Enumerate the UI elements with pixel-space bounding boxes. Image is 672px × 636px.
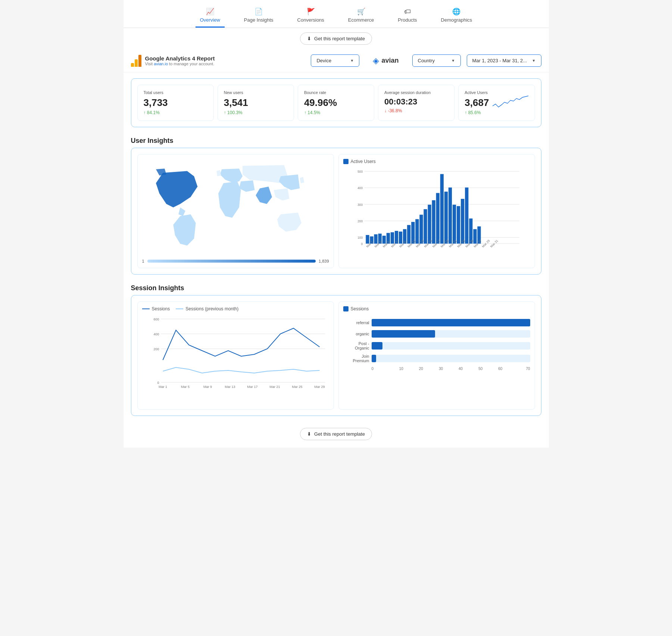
nav-page-insights[interactable]: 📄 Page Insights	[240, 4, 278, 28]
map-legend-max: 1,839	[319, 259, 329, 263]
device-dropdown[interactable]: Device ▼	[311, 54, 359, 67]
stat-active-users: Active Users 3,687 ↑ 85.6%	[458, 85, 535, 121]
sessions-legend-label: Sessions	[152, 306, 170, 311]
device-dropdown-label: Device	[316, 58, 331, 63]
nav-overview[interactable]: 📈 Overview	[196, 4, 225, 28]
svg-text:600: 600	[153, 317, 159, 321]
stat-new-users-value: 3,541	[224, 97, 288, 109]
svg-text:Mar 13: Mar 13	[225, 385, 235, 389]
chart-legend-color	[343, 159, 348, 164]
template-button-bottom[interactable]: ⬇ Get this report template	[300, 428, 372, 440]
sessions-prev-legend-label: Sessions (previous month)	[185, 306, 238, 311]
country-dropdown-label: Country	[418, 58, 435, 63]
svg-text:Mar 25: Mar 25	[292, 385, 302, 389]
sessions-hbar-chart-panel: Sessions referral organic	[338, 301, 535, 410]
chart-title-label: Active Users	[351, 159, 376, 164]
date-range-label: Mar 1, 2023 - Mar 31, 2...	[472, 58, 527, 63]
map-legend: 1 1,839	[142, 259, 329, 263]
stat-total-users-change: ↑ 84.1%	[144, 110, 207, 115]
stat-avg-session-change: ↓ -36.8%	[384, 108, 448, 113]
hbar-post-organic: Post - Organic	[343, 341, 530, 350]
svg-rect-33	[452, 205, 456, 244]
sessions-hbar-legend-color	[343, 306, 348, 311]
svg-rect-29	[436, 193, 439, 244]
svg-text:Mar 29: Mar 29	[314, 385, 325, 389]
stat-bounce-rate-value: 49.96%	[304, 97, 368, 109]
country-dropdown[interactable]: Country ▼	[412, 54, 461, 67]
line-chart-svg: 600 400 200 0 Mar 1 Mar 5 Mar 9 Mar 13	[142, 315, 329, 405]
nav-conversions-label: Conversions	[297, 17, 324, 23]
stat-new-users-label: New users	[224, 90, 288, 95]
hbar-organic: organic	[343, 330, 530, 338]
stat-avg-session-label: Average session duration	[384, 90, 448, 95]
svg-rect-24	[415, 219, 419, 244]
page-insights-icon: 📄	[254, 7, 263, 16]
hbar-join-premium-track	[372, 355, 530, 362]
hbar-post-organic-track	[372, 342, 530, 350]
stat-new-users: New users 3,541 ↑ 100.3%	[218, 85, 294, 121]
hbar-join-premium-fill	[372, 355, 376, 362]
svg-text:0: 0	[361, 242, 363, 246]
svg-text:400: 400	[153, 332, 159, 336]
avian-logo: ◈ avian	[365, 56, 406, 66]
template-btn-bottom-container: ⬇ Get this report template	[124, 422, 549, 448]
legend-bar	[147, 260, 316, 263]
svg-rect-26	[423, 209, 427, 244]
nav-demographics[interactable]: 🌐 Demographics	[437, 4, 477, 28]
svg-rect-30	[440, 174, 443, 244]
hbar-referral-label: referral	[343, 320, 369, 325]
logo-area: Google Analytics 4 Report Visit avian.io…	[131, 55, 215, 67]
nav-ecommerce[interactable]: 🛒 Ecommerce	[344, 4, 378, 28]
hbar-x-axis: 0 10 20 30 40 50 60 70	[372, 367, 530, 371]
logo-text: Google Analytics 4 Report Visit avian.io…	[145, 55, 215, 66]
ecommerce-icon: 🛒	[357, 7, 365, 16]
stat-active-users-value: 3,687	[465, 97, 489, 109]
stat-avg-session: Average session duration 00:03:23 ↓ -36.…	[378, 85, 454, 121]
world-map	[142, 159, 329, 256]
svg-text:Mar 21: Mar 21	[269, 385, 280, 389]
date-dropdown-arrow: ▼	[532, 59, 536, 63]
svg-text:400: 400	[357, 186, 363, 190]
svg-rect-31	[444, 192, 447, 244]
world-map-panel: 1 1,839	[137, 154, 334, 268]
date-range-dropdown[interactable]: Mar 1, 2023 - Mar 31, 2... ▼	[467, 54, 541, 67]
world-map-svg	[142, 159, 329, 256]
stat-total-users-label: Total users	[144, 90, 207, 95]
hbar-post-organic-label: Post - Organic	[343, 341, 369, 350]
session-insights-title: Session Insights	[124, 281, 549, 295]
report-title: Google Analytics 4 Report	[145, 55, 215, 62]
stat-avg-session-value: 00:03:23	[384, 97, 448, 107]
stat-bounce-rate: Bounce rate 49.96% ↑ 14.5%	[298, 85, 374, 121]
stat-total-users: Total users 3,733 ↑ 84.1%	[137, 85, 214, 121]
nav-conversions[interactable]: 🚩 Conversions	[293, 4, 329, 28]
stat-bounce-rate-change: ↑ 14.5%	[304, 110, 368, 115]
svg-text:Mar 1: Mar 1	[158, 385, 167, 389]
nav-products[interactable]: 🏷 Products	[393, 5, 421, 28]
active-users-chart-panel: Active Users 500 400 300	[338, 154, 535, 268]
svg-text:500: 500	[357, 170, 363, 173]
session-line-chart-legend: Sessions Sessions (previous month)	[142, 306, 329, 311]
products-icon: 🏷	[404, 8, 411, 16]
template-button-top[interactable]: ⬇ Get this report template	[300, 32, 372, 45]
user-insights-title: User Insights	[124, 133, 549, 148]
stat-active-users-change: ↑ 85.6%	[465, 110, 489, 115]
avian-logo-icon: ◈	[373, 56, 379, 66]
nav-ecommerce-label: Ecommerce	[348, 17, 374, 23]
svg-rect-28	[432, 200, 435, 244]
hbar-referral: referral	[343, 319, 530, 326]
hbar-chart-area: referral organic Post - Organic	[343, 315, 530, 375]
overview-icon: 📈	[206, 7, 214, 16]
session-insights-container: Sessions Sessions (previous month) 600 4…	[124, 295, 549, 422]
sessions-hbar-title-label: Sessions	[351, 306, 369, 311]
avian-link[interactable]: avian.io	[154, 62, 168, 66]
nav-page-insights-label: Page Insights	[244, 17, 274, 23]
hbar-post-organic-fill	[372, 342, 383, 350]
stats-container: Total users 3,733 ↑ 84.1% New users 3,54…	[124, 72, 549, 133]
stat-active-users-label: Active Users	[465, 90, 489, 95]
svg-text:300: 300	[357, 203, 363, 207]
header-row: Google Analytics 4 Report Visit avian.io…	[124, 49, 549, 72]
svg-rect-36	[465, 188, 468, 244]
session-line-chart-panel: Sessions Sessions (previous month) 600 4…	[137, 301, 334, 410]
download-icon: ⬇	[307, 36, 311, 41]
stat-bounce-rate-label: Bounce rate	[304, 90, 368, 95]
